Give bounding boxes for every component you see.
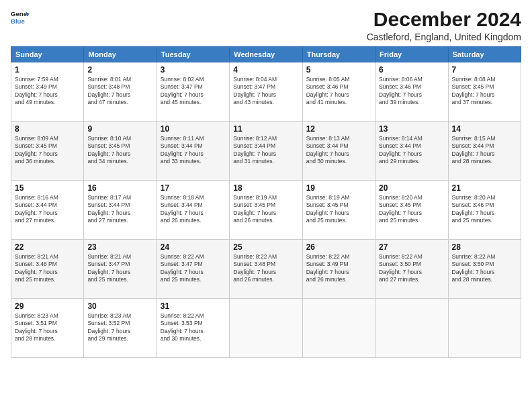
day-number: 5 [306,65,371,75]
calendar-week-2: 8Sunrise: 8:09 AMSunset: 3:45 PMDaylight… [11,122,521,181]
day-number: 2 [87,65,152,75]
calendar-cell: 7Sunrise: 8:08 AMSunset: 3:45 PMDaylight… [448,62,521,122]
calendar-week-4: 22Sunrise: 8:21 AMSunset: 3:46 PMDayligh… [11,240,521,299]
day-info: Sunrise: 8:09 AMSunset: 3:45 PMDaylight:… [15,135,80,166]
subtitle: Castleford, England, United Kingdom [367,32,521,42]
day-number: 7 [452,65,517,75]
day-info: Sunrise: 8:23 AMSunset: 3:52 PMDaylight:… [87,312,152,343]
calendar-cell: 29Sunrise: 8:23 AMSunset: 3:51 PMDayligh… [11,299,84,358]
day-info: Sunrise: 8:10 AMSunset: 3:45 PMDaylight:… [87,135,152,166]
day-info: Sunrise: 8:23 AMSunset: 3:51 PMDaylight:… [15,312,80,343]
calendar-cell: 14Sunrise: 8:15 AMSunset: 3:44 PMDayligh… [448,122,521,181]
calendar-week-1: 1Sunrise: 7:59 AMSunset: 3:49 PMDaylight… [11,62,521,122]
calendar-cell: 12Sunrise: 8:13 AMSunset: 3:44 PMDayligh… [302,122,375,181]
calendar-cell: 4Sunrise: 8:04 AMSunset: 3:47 PMDaylight… [230,62,302,122]
header: General Blue December 2024 Castleford, E… [11,8,521,42]
day-number: 26 [306,242,371,252]
day-number: 31 [161,302,226,311]
day-number: 17 [161,183,226,193]
calendar-cell: 10Sunrise: 8:11 AMSunset: 3:44 PMDayligh… [157,122,229,181]
day-number: 22 [15,242,80,252]
day-info: Sunrise: 8:05 AMSunset: 3:46 PMDaylight:… [306,76,371,107]
day-info: Sunrise: 8:22 AMSunset: 3:49 PMDaylight:… [306,253,371,284]
day-info: Sunrise: 8:21 AMSunset: 3:47 PMDaylight:… [87,253,152,284]
header-tuesday: Tuesday [157,47,229,62]
calendar-cell: 3Sunrise: 8:02 AMSunset: 3:47 PMDaylight… [157,62,229,122]
calendar-cell: 11Sunrise: 8:12 AMSunset: 3:44 PMDayligh… [230,122,302,181]
day-info: Sunrise: 8:06 AMSunset: 3:46 PMDaylight:… [379,76,444,107]
day-info: Sunrise: 8:08 AMSunset: 3:45 PMDaylight:… [452,76,517,107]
calendar-cell: 8Sunrise: 8:09 AMSunset: 3:45 PMDaylight… [11,122,84,181]
day-number: 1 [15,65,80,75]
day-info: Sunrise: 8:13 AMSunset: 3:44 PMDaylight:… [306,135,371,166]
day-info: Sunrise: 8:22 AMSunset: 3:50 PMDaylight:… [452,253,517,284]
day-info: Sunrise: 8:19 AMSunset: 3:45 PMDaylight:… [233,194,298,225]
header-saturday: Saturday [448,47,521,62]
day-info: Sunrise: 8:19 AMSunset: 3:45 PMDaylight:… [306,194,371,225]
day-number: 4 [233,65,298,75]
calendar-week-3: 15Sunrise: 8:16 AMSunset: 3:44 PMDayligh… [11,181,521,240]
day-info: Sunrise: 8:22 AMSunset: 3:47 PMDaylight:… [161,253,226,284]
calendar-cell: 28Sunrise: 8:22 AMSunset: 3:50 PMDayligh… [448,240,521,299]
logo-icon: General Blue [11,8,30,27]
day-number: 9 [87,124,152,134]
day-number: 12 [306,124,371,134]
day-info: Sunrise: 8:14 AMSunset: 3:44 PMDaylight:… [379,135,444,166]
header-monday: Monday [84,47,157,62]
calendar-cell: 26Sunrise: 8:22 AMSunset: 3:49 PMDayligh… [302,240,375,299]
header-wednesday: Wednesday [230,47,302,62]
calendar-cell: 27Sunrise: 8:22 AMSunset: 3:50 PMDayligh… [375,240,448,299]
calendar-cell: 23Sunrise: 8:21 AMSunset: 3:47 PMDayligh… [84,240,157,299]
header-sunday: Sunday [11,47,84,62]
header-friday: Friday [375,47,448,62]
day-number: 25 [233,242,298,252]
day-info: Sunrise: 8:20 AMSunset: 3:45 PMDaylight:… [379,194,444,225]
day-info: Sunrise: 8:02 AMSunset: 3:47 PMDaylight:… [161,76,226,107]
day-info: Sunrise: 7:59 AMSunset: 3:49 PMDaylight:… [15,76,80,107]
day-info: Sunrise: 8:21 AMSunset: 3:46 PMDaylight:… [15,253,80,284]
day-number: 29 [15,302,80,311]
day-info: Sunrise: 8:17 AMSunset: 3:44 PMDaylight:… [87,194,152,225]
day-number: 13 [379,124,444,134]
day-info: Sunrise: 8:22 AMSunset: 3:50 PMDaylight:… [379,253,444,284]
calendar-cell: 20Sunrise: 8:20 AMSunset: 3:45 PMDayligh… [375,181,448,240]
calendar-cell: 1Sunrise: 7:59 AMSunset: 3:49 PMDaylight… [11,62,84,122]
calendar-cell: 31Sunrise: 8:22 AMSunset: 3:53 PMDayligh… [157,299,229,358]
day-info: Sunrise: 8:04 AMSunset: 3:47 PMDaylight:… [233,76,298,107]
day-info: Sunrise: 8:22 AMSunset: 3:53 PMDaylight:… [161,312,226,343]
calendar-cell: 15Sunrise: 8:16 AMSunset: 3:44 PMDayligh… [11,181,84,240]
day-number: 30 [87,302,152,311]
calendar-cell: 13Sunrise: 8:14 AMSunset: 3:44 PMDayligh… [375,122,448,181]
day-number: 23 [87,242,152,252]
calendar-cell: 18Sunrise: 8:19 AMSunset: 3:45 PMDayligh… [230,181,302,240]
day-number: 6 [379,65,444,75]
day-info: Sunrise: 8:18 AMSunset: 3:44 PMDaylight:… [161,194,226,225]
calendar-cell: 6Sunrise: 8:06 AMSunset: 3:46 PMDaylight… [375,62,448,122]
calendar-cell: 24Sunrise: 8:22 AMSunset: 3:47 PMDayligh… [157,240,229,299]
day-number: 21 [452,183,517,193]
calendar-cell [230,299,302,358]
day-number: 14 [452,124,517,134]
header-thursday: Thursday [302,47,375,62]
day-number: 28 [452,242,517,252]
calendar-cell: 22Sunrise: 8:21 AMSunset: 3:46 PMDayligh… [11,240,84,299]
day-info: Sunrise: 8:12 AMSunset: 3:44 PMDaylight:… [233,135,298,166]
calendar-table: SundayMondayTuesdayWednesdayThursdayFrid… [11,46,521,358]
calendar-cell: 19Sunrise: 8:19 AMSunset: 3:45 PMDayligh… [302,181,375,240]
calendar-cell: 21Sunrise: 8:20 AMSunset: 3:46 PMDayligh… [448,181,521,240]
main-title: December 2024 [367,8,521,30]
day-info: Sunrise: 8:16 AMSunset: 3:44 PMDaylight:… [15,194,80,225]
calendar-cell: 5Sunrise: 8:05 AMSunset: 3:46 PMDaylight… [302,62,375,122]
day-number: 20 [379,183,444,193]
calendar-cell: 25Sunrise: 8:22 AMSunset: 3:48 PMDayligh… [230,240,302,299]
calendar-cell: 30Sunrise: 8:23 AMSunset: 3:52 PMDayligh… [84,299,157,358]
svg-text:Blue: Blue [11,17,25,25]
page: General Blue December 2024 Castleford, E… [0,0,532,411]
calendar-cell [375,299,448,358]
day-number: 18 [233,183,298,193]
calendar-cell [448,299,521,358]
calendar-cell: 2Sunrise: 8:01 AMSunset: 3:48 PMDaylight… [84,62,157,122]
day-info: Sunrise: 8:20 AMSunset: 3:46 PMDaylight:… [452,194,517,225]
day-info: Sunrise: 8:15 AMSunset: 3:44 PMDaylight:… [452,135,517,166]
day-number: 19 [306,183,371,193]
